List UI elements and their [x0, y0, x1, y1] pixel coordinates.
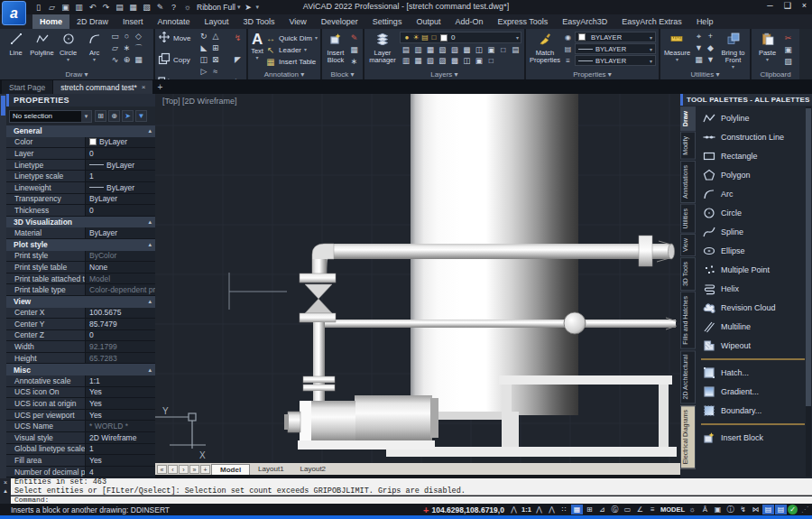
property-row[interactable]: Print style ByColor [6, 251, 155, 263]
pipe-flange[interactable] [639, 236, 652, 266]
layout-tab[interactable]: Model [211, 464, 250, 475]
modify-tool-icon[interactable]: △ [209, 31, 221, 42]
menu-tab[interactable]: Layout [198, 14, 236, 29]
annotation-tool-button[interactable]: ↖ Leader ▾ [265, 44, 318, 56]
properties-section-header[interactable]: View ▴ [6, 296, 155, 308]
property-row[interactable]: Visual style 2D Wireframe [6, 432, 155, 444]
modify-tool-icon[interactable]: ⊞ [209, 42, 221, 54]
layer-tool-icon[interactable]: ▦ [424, 44, 437, 55]
flyout-arrow-icon[interactable]: ▾ [256, 56, 259, 60]
command-list-icon[interactable]: ▤ [775, 505, 787, 514]
expand-command-icon[interactable]: ▴ [4, 487, 7, 495]
close-tab-icon[interactable]: × [142, 83, 146, 91]
palette-tool[interactable]: Multiline [699, 317, 812, 336]
property-value[interactable]: ByLayer [86, 182, 155, 193]
polar-tracking-icon[interactable]: Ⓖ [609, 505, 621, 514]
property-value[interactable]: 0 [86, 205, 155, 216]
palette-tool[interactable]: Insert Block [699, 428, 812, 447]
app-logo[interactable]: a [2, 1, 26, 25]
model-space-toggle[interactable]: MODEL [660, 505, 686, 514]
next-layout-icon[interactable]: › [179, 465, 189, 474]
annotation-tool-button[interactable]: ▦ Insert Table [265, 56, 318, 68]
layer-tool-icon[interactable]: ▣ [485, 44, 498, 55]
first-layout-icon[interactable]: « [157, 465, 167, 474]
drawing-viewport[interactable]: [Top] [2D Wireframe] [155, 94, 680, 463]
annotation-scale-icon[interactable]: ⋀ [508, 505, 520, 514]
property-row[interactable]: UCS icon at origin Yes [6, 398, 155, 410]
layer-tool-icon[interactable]: ▤ [510, 44, 522, 55]
collapse-icon[interactable]: ▴ [148, 127, 152, 134]
chevron-down-icon[interactable]: ▾ [650, 34, 652, 41]
lineweight-display-icon[interactable]: ≡ [647, 505, 659, 514]
plot-preview-icon[interactable]: ▤ [114, 2, 125, 14]
property-row[interactable]: Color ByLayer [6, 137, 155, 149]
ribbon-tool-button[interactable]: Circle ▾ [55, 31, 81, 70]
ribbon-tool-button[interactable]: Arc ▾ [81, 31, 107, 70]
palette-scrollbar[interactable] [806, 107, 811, 477]
palette-tab[interactable]: Electrical Diagrams [680, 405, 696, 468]
object-snap-tracking-icon[interactable]: ∠ [634, 505, 646, 514]
menu-tab[interactable]: Developer [314, 14, 365, 29]
snap-mode-icon[interactable]: ⊞ [584, 505, 595, 514]
menu-tab[interactable]: 2D Draw [69, 14, 115, 29]
layer-tool-icon[interactable]: ▥ [400, 55, 412, 66]
collapse-icon[interactable]: ▴ [148, 218, 152, 226]
layer-state-icon[interactable]: ● [402, 32, 411, 43]
clipboard-tool-icon[interactable]: ▨ [782, 56, 794, 68]
undo-icon[interactable]: ↶ [87, 2, 98, 14]
quick-select-icon[interactable]: ⊞ [95, 110, 106, 122]
panel-label-clipboard[interactable]: Clipboard [752, 70, 799, 79]
layer-tool-icon[interactable]: ▨ [448, 44, 461, 55]
utility-tool-icon[interactable]: + [705, 31, 716, 42]
ball-valve[interactable] [564, 312, 586, 334]
select-objects-icon[interactable]: ⊕ [108, 110, 120, 122]
menu-tab[interactable]: Output [409, 14, 448, 29]
draw-tool-icon[interactable]: ▱ [109, 42, 121, 54]
utility-tool-icon[interactable]: ⌖ [693, 31, 705, 42]
property-value[interactable]: 100.5675 [86, 308, 155, 319]
property-row[interactable]: UCS per viewport Yes [6, 410, 155, 422]
utility-tool-icon[interactable]: ◆ [705, 42, 716, 54]
flyout-arrow-icon[interactable]: ▾ [67, 58, 69, 62]
collapse-icon[interactable]: ▴ [148, 366, 152, 374]
chevron-down-icon[interactable]: ▾ [237, 4, 241, 11]
palette-tool[interactable]: Helix [699, 279, 812, 298]
property-row[interactable]: UCS Name * WORLD * [6, 421, 155, 432]
modify-side-tool-icon[interactable]: ↯ [232, 32, 244, 44]
layout-tab[interactable]: Layout1 [250, 464, 291, 475]
draw-tool-icon[interactable]: ▭ [109, 31, 121, 42]
redo-icon[interactable]: ↷ [100, 2, 112, 14]
panel-label-utilities[interactable]: Utilities ▾ [660, 70, 750, 79]
pump-assembly[interactable] [284, 395, 438, 449]
property-value[interactable]: ByLayer [86, 160, 155, 171]
layer-tool-icon[interactable]: □ [485, 55, 498, 66]
text-button[interactable]: A Text ▾ [251, 31, 263, 70]
property-value[interactable]: Model [86, 273, 155, 284]
chevron-down-icon[interactable]: ▾ [81, 111, 91, 122]
flyout-arrow-icon[interactable]: ▾ [304, 48, 307, 52]
palette-tool[interactable]: Wipeout [699, 336, 812, 355]
toggle-pickadd-icon[interactable]: ➤ [122, 110, 134, 122]
collapse-icon[interactable]: ▴ [148, 298, 152, 305]
palette-tool[interactable]: Boundary... [699, 401, 812, 420]
menu-tab[interactable]: Express Tools [490, 14, 555, 29]
chevron-down-icon[interactable]: ▾ [650, 58, 652, 64]
property-value[interactable]: Yes [86, 455, 155, 466]
modify-side-tool-icon[interactable]: ◤ [232, 54, 244, 66]
menu-tab[interactable]: Add-On [448, 14, 490, 29]
object-snap-icon[interactable]: ▭ [622, 505, 633, 514]
layer-tool-icon[interactable]: ▣ [473, 55, 485, 66]
save-as-icon[interactable]: ▥ [73, 2, 85, 14]
ribbon-tool-button[interactable]: Move [158, 32, 196, 44]
maximize-button[interactable]: ❑ [784, 1, 791, 10]
menu-tab[interactable]: Insert [115, 14, 151, 29]
modify-tool-icon[interactable]: ≈ [209, 66, 221, 78]
menu-tab[interactable]: EasyArch Extras [614, 14, 689, 29]
property-row[interactable]: Lineweight ByLayer [6, 182, 155, 194]
annotate-visibility-icon[interactable]: ⋀ [533, 505, 545, 514]
palette-tab[interactable]: Utilities [680, 204, 696, 234]
command-history[interactable]: Entities in set: 463 Select entities or … [11, 478, 812, 496]
panel-label-draw[interactable]: Draw ▾ [0, 70, 153, 79]
flyout-arrow-icon[interactable]: ▾ [93, 58, 96, 62]
palette-tab[interactable]: 3D Tools [680, 257, 696, 291]
